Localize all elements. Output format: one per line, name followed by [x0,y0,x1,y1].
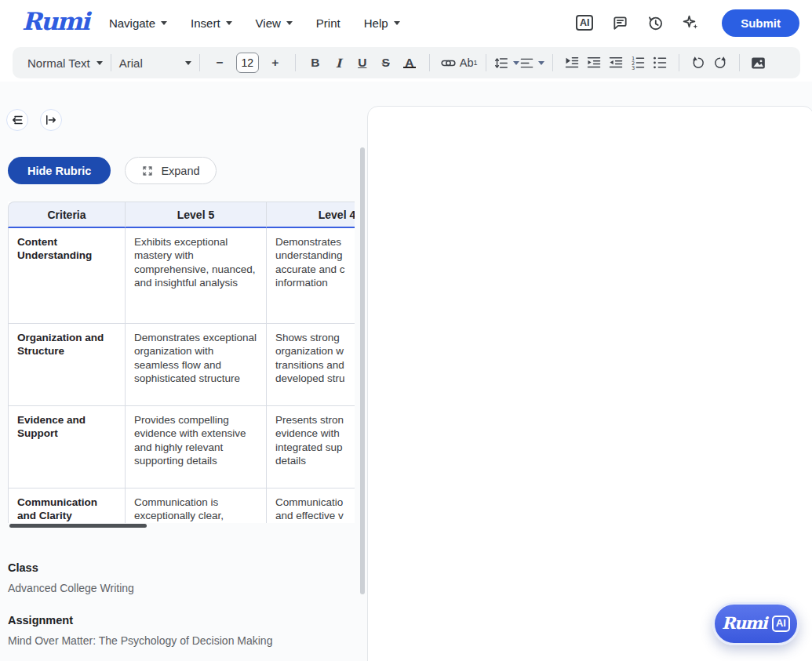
font-family-dropdown[interactable]: Arial [119,56,191,70]
expand-rubric-button[interactable]: Expand [125,157,216,184]
outline-toggle-button[interactable] [6,109,28,131]
insert-image-button[interactable] [748,55,770,71]
menu-print[interactable]: Print [316,16,340,30]
collapse-outline-icon [10,113,24,127]
menu-insert[interactable]: Insert [191,16,232,30]
chevron-down-icon [538,61,544,65]
ai-badge-icon: AI [772,616,790,631]
rumi-logo[interactable]: Rumi [22,9,89,37]
strikethrough-button[interactable]: S [374,56,398,70]
hide-rubric-button[interactable]: Hide Rubric [8,157,111,184]
italic-button[interactable]: I [327,56,351,71]
comments-button[interactable] [610,13,630,33]
level4-cell: Communicatio and effective v [267,488,355,523]
toolbar-divider [679,54,679,71]
insert-link-button[interactable] [438,55,460,71]
redo-icon [712,55,728,71]
header-actions: AI Submit [574,9,799,37]
numbered-list-button[interactable]: 1 2 3 [627,55,649,71]
ai-sparkle-button[interactable] [680,13,701,33]
chevron-down-icon [286,21,293,25]
toolbar-divider [199,54,200,71]
menu-view-label: View [256,16,281,30]
toolbar-divider [111,54,111,71]
bold-button[interactable]: B [304,56,327,70]
rubric-table-container: Criteria Level 5 Level 4 Content Underst… [8,202,355,523]
level4-cell: Presents stron evidence with integrated … [267,406,355,488]
chevron-down-icon [394,21,400,25]
menu-navigate-label: Navigate [109,16,155,30]
first-line-indent-button[interactable] [561,55,583,71]
table-horizontal-scrollbar[interactable] [9,524,147,528]
menu-print-label: Print [316,16,340,30]
criteria-cell: Evidence and Support [8,406,126,488]
rumi-app: Rumi Navigate Insert View Print Help [0,0,812,661]
sparkles-icon [681,13,700,32]
indent-increase-button[interactable] [583,55,605,71]
menu-view[interactable]: View [256,16,293,30]
chevron-down-icon [161,21,167,25]
menu-navigate[interactable]: Navigate [109,16,167,30]
undo-button[interactable] [687,55,709,71]
top-header: Rumi Navigate Insert View Print Help [0,0,812,45]
ai-box-icon: AI [576,15,594,31]
criteria-cell: Content Understanding [8,228,126,324]
assignment-label: Assignment [8,614,345,626]
paragraph-style-value: Normal Text [27,56,90,70]
font-family-value: Arial [119,56,143,70]
main-area: Hide Rubric Expand Criteria Level 5 Leve… [0,82,812,661]
line-spacing-dropdown[interactable] [494,56,519,71]
toolbar-divider [429,54,430,71]
underline-button[interactable]: U [351,56,374,70]
line-spacing-icon [494,56,509,71]
expand-label: Expand [161,165,199,177]
link-icon [440,55,457,71]
class-label: Class [8,561,345,574]
font-size-decrease-button[interactable]: − [208,56,231,70]
ai-detector-button[interactable]: AI [574,13,595,33]
rumi-ai-floating-button[interactable]: Rumi AI [712,602,799,645]
history-clock-icon [646,14,665,32]
superscript-button[interactable]: Ab1 [460,56,478,69]
level5-cell: Communication is exceptionally clear, [126,488,267,523]
menu-help[interactable]: Help [364,16,400,30]
formatting-toolbar: Normal Text Arial − 12 + B I U S A Ab1 [13,47,800,78]
assignment-meta: Class Advanced College Writing Assignmen… [8,561,345,661]
rubric-table: Criteria Level 5 Level 4 Content Underst… [8,202,355,523]
level5-cell: Provides compelling evidence with extens… [126,406,267,488]
indent-decrease-icon [608,55,624,71]
chevron-down-icon [185,61,191,65]
bullet-list-button[interactable] [649,55,671,71]
history-button[interactable] [645,13,665,33]
chevron-down-icon [96,61,103,65]
undo-icon [690,55,706,71]
redo-button[interactable] [709,55,731,71]
first-line-indent-icon [564,55,580,71]
paragraph-style-dropdown[interactable]: Normal Text [27,56,103,70]
criteria-cell: Organization and Structure [8,324,126,406]
align-dropdown[interactable] [519,56,544,71]
chevron-down-icon [513,61,519,65]
submit-button[interactable]: Submit [722,9,799,37]
font-size-input[interactable]: 12 [236,53,259,73]
toolbar-divider [295,54,296,71]
panel-vertical-scrollbar[interactable] [360,147,365,594]
assignment-value: Mind Over Matter: The Psychology of Deci… [8,634,345,647]
superscript-label: Ab [460,56,474,69]
text-color-button[interactable]: A [398,56,421,70]
toolbar-divider [739,54,740,71]
indent-decrease-button[interactable] [605,55,627,71]
document-canvas[interactable] [367,106,812,661]
table-row: Evidence and Support Provides compelling… [8,406,355,488]
expand-panel-button[interactable] [40,109,62,131]
level4-cell: Demonstrates understanding accurate and … [267,228,355,324]
bar-arrow-right-icon [44,113,58,127]
col-header-level5: Level 5 [126,202,267,228]
indent-increase-icon [586,55,602,71]
menu-insert-label: Insert [191,16,220,30]
rubric-actions: Hide Rubric Expand [8,157,217,184]
chevron-down-icon [226,21,232,25]
bullet-list-icon [652,55,668,71]
font-size-increase-button[interactable]: + [264,56,287,70]
col-header-criteria: Criteria [8,202,126,228]
